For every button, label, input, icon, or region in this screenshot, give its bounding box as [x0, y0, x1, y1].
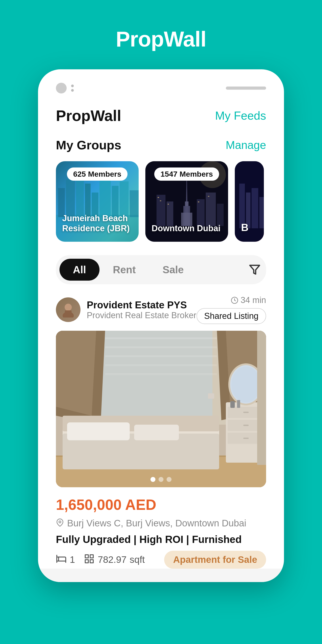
svg-rect-61: [230, 401, 235, 408]
svg-rect-43: [105, 364, 217, 366]
svg-rect-42: [105, 355, 217, 357]
camera-dots: [71, 84, 74, 92]
svg-rect-21: [217, 204, 224, 226]
svg-rect-3: [66, 179, 75, 217]
svg-rect-26: [208, 196, 209, 197]
svg-rect-31: [260, 197, 264, 228]
camera-dot-2: [71, 89, 74, 92]
agent-company: Provident Real Estate Broker: [87, 310, 196, 320]
svg-rect-9: [120, 181, 128, 217]
app-content: PropWall My Feeds My Groups Manage: [38, 102, 284, 569]
image-dot-2: [158, 477, 164, 482]
bed-icon: [56, 554, 67, 566]
group-card-third[interactable]: B: [235, 161, 264, 242]
svg-rect-8: [112, 186, 118, 217]
listing-title: Fully Upgraded | High ROI | Furnished: [56, 533, 266, 546]
svg-rect-4: [76, 175, 84, 217]
svg-rect-56: [243, 412, 249, 413]
filter-icon[interactable]: [247, 262, 262, 278]
svg-marker-32: [250, 266, 260, 274]
svg-rect-67: [90, 555, 93, 558]
image-dot-1: [150, 477, 156, 482]
group-card-jbr[interactable]: 625 Members Jumeirah Beach Residence (JB…: [56, 161, 139, 242]
image-dots: [150, 477, 172, 482]
svg-rect-22: [158, 197, 159, 198]
svg-rect-63: [208, 393, 214, 399]
svg-rect-62: [237, 400, 240, 408]
image-dot-3: [166, 477, 172, 482]
phone-camera: [56, 83, 74, 94]
svg-point-60: [232, 366, 260, 402]
svg-rect-23: [160, 200, 161, 201]
agent-details: Provident Estate PYS Provident Real Esta…: [87, 300, 196, 320]
listing-agent-row: Provident Estate PYS Provident Real Esta…: [56, 296, 266, 324]
app-title-area: PropWall: [0, 0, 322, 69]
agent-name: Provident Estate PYS: [87, 300, 196, 310]
svg-rect-44: [105, 373, 217, 375]
camera-circle: [56, 83, 67, 94]
sqft-spec: 782.97 sqft: [84, 554, 145, 566]
svg-rect-20: [206, 192, 216, 226]
shared-listing-badge: Shared Listing: [196, 308, 266, 324]
svg-rect-17: [156, 195, 166, 226]
groups-section-header: My Groups Manage: [56, 138, 266, 152]
my-feeds-button[interactable]: My Feeds: [215, 109, 266, 122]
svg-rect-68: [90, 560, 93, 563]
svg-rect-41: [105, 346, 217, 348]
svg-rect-69: [85, 560, 88, 563]
listing-price: 1,650,000 AED: [56, 496, 266, 513]
filter-tabs: All Rent Sale: [60, 259, 197, 281]
svg-rect-58: [243, 438, 249, 439]
camera-dot-1: [71, 84, 74, 87]
svg-rect-7: [100, 177, 111, 217]
groups-row: 625 Members Jumeirah Beach Residence (JB…: [56, 161, 266, 242]
tab-sale[interactable]: Sale: [149, 259, 197, 281]
svg-rect-51: [134, 425, 179, 440]
svg-rect-40: [105, 338, 217, 339]
app-logo: PropWall: [56, 107, 121, 124]
svg-rect-35: [65, 310, 72, 316]
third-group-name: B: [241, 222, 258, 234]
svg-rect-19: [197, 199, 204, 226]
svg-rect-5: [85, 184, 90, 217]
manage-button[interactable]: Manage: [226, 139, 266, 152]
svg-point-33: [64, 304, 72, 311]
groups-title: My Groups: [56, 138, 121, 152]
svg-rect-57: [243, 425, 249, 426]
filter-tabs-container: All Rent Sale: [56, 255, 266, 284]
grid-icon: [84, 554, 94, 566]
listing-card: Provident Estate PYS Provident Real Esta…: [56, 296, 266, 569]
phone-top-bar: [38, 83, 284, 102]
jbr-members-badge: 625 Members: [67, 168, 128, 181]
downtown-members-badge: 1547 Members: [154, 168, 219, 181]
agent-info: Provident Estate PYS Provident Real Esta…: [56, 298, 196, 322]
svg-rect-64: [257, 331, 266, 465]
time-badge: 34 min: [231, 296, 266, 305]
phone-frame: PropWall My Feeds My Groups Manage: [38, 69, 284, 582]
property-image: [56, 331, 266, 487]
jbr-group-name: Jumeirah Beach Residence (JBR): [62, 213, 132, 234]
svg-rect-2: [58, 188, 65, 217]
property-type-badge: Apartment for Sale: [164, 551, 266, 569]
location-pin-icon: [56, 518, 64, 529]
specs-left: 1 782.97 sqft: [56, 554, 145, 566]
agent-avatar: [56, 298, 80, 322]
svg-rect-18: [166, 202, 173, 226]
tab-all[interactable]: All: [60, 259, 100, 281]
listing-specs: 1 782.97 sqft: [56, 551, 266, 569]
beds-spec: 1: [56, 554, 75, 566]
svg-point-65: [59, 521, 61, 523]
listing-right: 34 min Shared Listing: [196, 296, 266, 324]
app-title: PropWall: [116, 27, 206, 52]
listing-location: Burj Views C, Burj Views, Downtown Dubai: [67, 518, 246, 528]
property-image-mock: [56, 331, 266, 487]
svg-rect-24: [168, 204, 169, 204]
listing-location-row: Burj Views C, Burj Views, Downtown Dubai: [56, 518, 266, 529]
svg-rect-50: [67, 422, 130, 440]
svg-rect-25: [198, 202, 199, 202]
group-card-downtown[interactable]: 1547 Members Downtown Dubai: [145, 161, 228, 242]
tab-rent[interactable]: Rent: [100, 259, 149, 281]
bottom-peek: [38, 569, 284, 582]
downtown-group-name: Downtown Dubai: [152, 224, 222, 234]
svg-rect-66: [85, 555, 88, 558]
